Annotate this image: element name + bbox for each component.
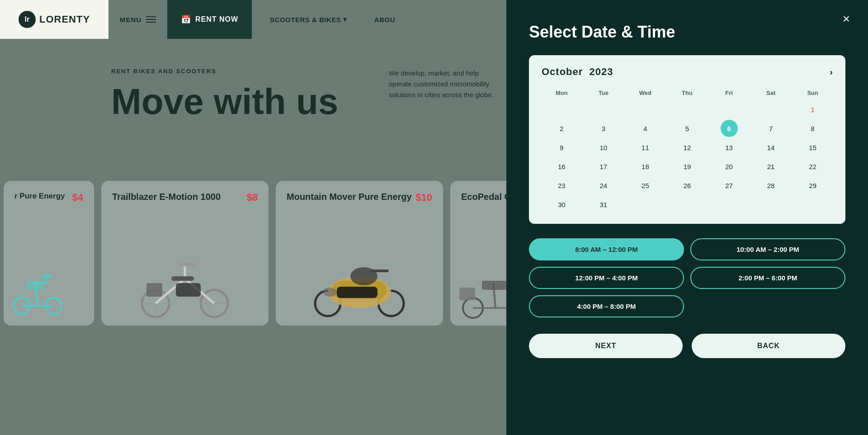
svg-rect-19 (176, 283, 201, 297)
time-slot-1[interactable]: 10:00 AM – 2:00 PM (690, 238, 845, 260)
calendar: October 2023 › Mon Tue Wed Thu Fri Sat S… (529, 55, 845, 224)
time-slot-2[interactable]: 12:00 PM – 4:00 PM (529, 267, 684, 289)
day-header-fri: Fri (709, 87, 749, 99)
cal-day-empty-6 (762, 101, 779, 118)
time-slot-4[interactable]: 4:00 PM – 8:00 PM (529, 295, 684, 317)
cal-day-24[interactable]: 24 (595, 177, 612, 194)
day-header-sat: Sat (751, 87, 791, 99)
time-slot-3[interactable]: 2:00 PM – 6:00 PM (690, 267, 845, 289)
svg-rect-7 (42, 274, 51, 278)
cal-day-5[interactable]: 5 (679, 120, 696, 137)
panel-title: Select Date & Time (529, 23, 845, 42)
hamburger-icon (146, 16, 156, 23)
product-price-0: $4 (72, 192, 83, 203)
close-button[interactable]: × (843, 13, 850, 25)
cal-day-18[interactable]: 18 (637, 158, 654, 175)
product-image-1 (131, 247, 239, 321)
cal-day-19[interactable]: 19 (679, 158, 696, 175)
panel-buttons: NEXT BACK (529, 334, 845, 358)
cal-day-30[interactable]: 30 (553, 196, 570, 213)
product-card-1: Trailblazer E-Motion 1000 $8 (101, 181, 269, 326)
cal-day-27[interactable]: 27 (721, 177, 738, 194)
cal-day-empty-5 (721, 101, 738, 118)
cal-day-23[interactable]: 23 (553, 177, 570, 194)
product-name-0: r Pure Energy (14, 192, 65, 201)
rent-now-label: RENT NOW (195, 15, 238, 24)
back-button[interactable]: BACK (692, 334, 845, 358)
cal-day-empty-4 (679, 101, 696, 118)
nav-scooters-bikes[interactable]: SCOOTERS & BIKES ▾ (270, 15, 347, 24)
logo-text: LORENTY (39, 14, 90, 25)
cal-day-28[interactable]: 28 (762, 177, 779, 194)
product-name-1: Trailblazer E-Motion 1000 (112, 192, 221, 202)
cal-day-empty-3 (637, 101, 654, 118)
cal-day-6[interactable]: 6 (721, 120, 738, 137)
product-card-2: Mountain Mover Pure Energy $10 (276, 181, 443, 326)
hero-description: We develop, market, and help operate cus… (389, 68, 497, 100)
date-time-panel: × Select Date & Time October 2023 › Mon … (506, 0, 868, 435)
product-name-2: Mountain Mover Pure Energy (287, 192, 412, 202)
calendar-next-button[interactable]: › (830, 67, 833, 77)
cal-day-3[interactable]: 3 (595, 120, 612, 137)
svg-rect-18 (171, 276, 194, 281)
cal-day-13[interactable]: 13 (721, 139, 738, 156)
nav-links: SCOOTERS & BIKES ▾ ABOU (252, 0, 413, 39)
product-price-1: $8 (247, 192, 258, 203)
cal-day-31[interactable]: 31 (595, 196, 612, 213)
cal-day-14[interactable]: 14 (762, 139, 779, 156)
cal-day-29[interactable]: 29 (804, 177, 821, 194)
cal-day-10[interactable]: 10 (595, 139, 612, 156)
cal-day-empty-8 (679, 196, 696, 213)
cal-day-11[interactable]: 11 (637, 139, 654, 156)
cal-day-17[interactable]: 17 (595, 158, 612, 175)
svg-rect-33 (482, 281, 507, 290)
product-card-partial-left: r Pure Energy $4 (4, 181, 94, 326)
next-button[interactable]: NEXT (529, 334, 683, 358)
day-header-thu: Thu (667, 87, 708, 99)
cal-day-12[interactable]: 12 (679, 139, 696, 156)
product-name-3: EcoPedal Cl (461, 192, 514, 202)
product-image-0 (8, 260, 67, 321)
day-header-mon: Mon (542, 87, 582, 99)
svg-rect-20 (146, 283, 162, 297)
cal-day-empty-11 (804, 196, 821, 213)
cal-day-25[interactable]: 25 (637, 177, 654, 194)
calendar-month: October (542, 66, 583, 77)
cal-day-20[interactable]: 20 (721, 158, 738, 175)
calendar-month-year: October 2023 (542, 66, 613, 78)
svg-rect-34 (459, 288, 475, 300)
rent-now-button[interactable]: 📅 RENT NOW (167, 0, 252, 39)
product-image-2 (305, 247, 414, 321)
cal-day-9[interactable]: 9 (553, 139, 570, 156)
cal-day-8[interactable]: 8 (804, 120, 821, 137)
cal-day-7[interactable]: 7 (762, 120, 779, 137)
cal-day-22[interactable]: 22 (804, 158, 821, 175)
cal-day-16[interactable]: 16 (553, 158, 570, 175)
cal-day-26[interactable]: 26 (679, 177, 696, 194)
nav-scooters-bikes-label: SCOOTERS & BIKES (270, 16, 341, 24)
calendar-header: October 2023 › (542, 66, 833, 78)
calendar-year: 2023 (590, 66, 613, 77)
svg-rect-17 (178, 263, 196, 266)
cal-day-21[interactable]: 21 (762, 158, 779, 175)
cal-day-4[interactable]: 4 (637, 120, 654, 137)
cal-day-empty-2 (595, 101, 612, 118)
product-price-2: $10 (415, 192, 432, 203)
time-slot-0[interactable]: 8:00 AM – 12:00 PM (529, 238, 684, 260)
nav-about-label: ABOU (374, 16, 395, 24)
products-section: r Pure Energy $4 Trailblazer E-Motion 10… (0, 181, 553, 326)
cal-day-empty-9 (721, 196, 738, 213)
cal-day-empty-7 (637, 196, 654, 213)
cal-day-empty-10 (762, 196, 779, 213)
header: lr LORENTY MENU 📅 RENT NOW SCOOTERS & BI… (0, 0, 511, 39)
cal-day-1[interactable]: 1 (804, 101, 821, 118)
logo-area: lr LORENTY (0, 0, 108, 39)
menu-button[interactable]: MENU (108, 0, 167, 39)
menu-label: MENU (120, 16, 142, 24)
cal-day-15[interactable]: 15 (804, 139, 821, 156)
nav-about[interactable]: ABOU (374, 16, 395, 24)
day-header-sun: Sun (793, 87, 833, 99)
cal-day-2[interactable]: 2 (553, 120, 570, 137)
svg-point-28 (323, 288, 337, 297)
calendar-icon-small: 📅 (181, 14, 191, 24)
